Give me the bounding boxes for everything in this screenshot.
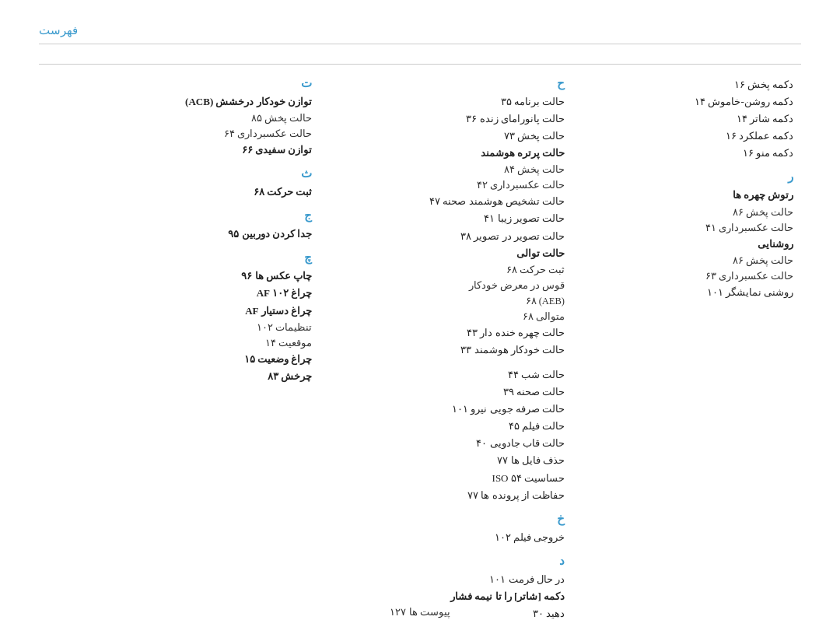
- header: فهرست: [39, 23, 801, 44]
- letter-ر: ر: [576, 170, 793, 184]
- entry-halat-shab: حالت شب ۴۴: [324, 366, 565, 384]
- letter-ج: ج: [47, 208, 312, 222]
- letter-چ: چ: [47, 250, 312, 264]
- letter-ث: ث: [47, 166, 312, 180]
- entry-halat-panorama: حالت پانوراماى زنده ۳۶: [324, 110, 565, 128]
- entry-khoroji-film: خروجی فیلم ۱۰۲: [324, 529, 565, 546]
- footer-text: پیوست ها ۱۲۷: [390, 606, 450, 618]
- entry-cheragh-vaziat: چراغ وضعیت ۱۵: [47, 351, 312, 368]
- entry-hefazat: حفاظت از پرونده ها ۷۷: [324, 487, 565, 504]
- entry-tawazun-acb-sub1: حالت پخش ۸۵: [47, 110, 312, 126]
- section-dokme: دکمه پخش ۱۶ دکمه روشن-خاموش ۱۴ دکمه شاتر…: [576, 76, 793, 162]
- entry-tavali-sub3: متوالی ۶۸: [324, 309, 565, 324]
- letter-ح: ح: [324, 76, 565, 90]
- footer: پیوست ها ۱۲۷: [390, 606, 450, 618]
- entry-dokme-amalcard: دکمه عملکرد ۱۶: [576, 128, 793, 145]
- entry-dokme-pakhsh: دکمه پخش ۱۶: [576, 76, 793, 93]
- entry-halat-tavali: حالت توالی: [324, 245, 565, 262]
- section-reh: ر رتوش چهره ها حالت پخش ۸۶ حالت عکسبردار…: [576, 170, 793, 300]
- section-heh-continued: حالت شب ۴۴ حالت صحنه ۳۹ حالت صرفه جویی ن…: [324, 366, 565, 504]
- entry-portret-sub2: حالت عکسبرداری ۴۲: [324, 177, 565, 193]
- entry-halat-khodkar: حالت خودکار هوشمند ۳۳: [324, 342, 565, 359]
- entry-tawazun-acb-sub2: حالت عکسبرداری ۶۴: [47, 126, 312, 142]
- page-title: فهرست: [39, 23, 78, 37]
- column-middle: ح حالت برنامه ۳۵ حالت پانوراماى زنده ۳۶ …: [316, 76, 572, 586]
- entry-portret-sub1: حالت پخش ۸۴: [324, 162, 565, 177]
- entry-hasasiat-iso: حساسیت ISO ۵۴: [324, 470, 565, 487]
- section-theh: ث ثبت حرکت ۶۸: [47, 166, 312, 201]
- entry-roshanai-sub1: حالت پخش ۸۶: [576, 253, 793, 268]
- section-tav: ت توازن خودکار درخشش (ACB) حالت پخش ۸۵ ح…: [47, 76, 312, 159]
- entry-cheragh-dastyar-af: چراغ دستیار AF: [47, 303, 312, 320]
- entry-rotosh: رتوش چهره ها: [576, 187, 793, 204]
- entry-halat-pakhsh: حالت پخش ۷۳: [324, 128, 565, 145]
- entry-sabt-harakat: ثبت حرکت ۶۸: [47, 184, 312, 201]
- entry-tavali-aeb: (AEB) ۶۸: [324, 293, 565, 309]
- entry-chap-aks: چاپ عکس ها ۹۶: [47, 268, 312, 285]
- section-jeem: ج جدا کردن دوربین ۹۵: [47, 208, 312, 243]
- entry-tawazun-sefidi: توازن سفیدی ۶۶: [47, 142, 312, 159]
- entry-cheragh-af: چراغ AF ۱۰۲: [47, 285, 312, 302]
- divider: [39, 64, 801, 65]
- entry-dokme-shater-btn: دکمه شاتر ۱۴: [576, 110, 793, 128]
- entry-hazf-file: حذف فایل ها ۷۷: [324, 452, 565, 469]
- entry-halat-qab: حالت قاب جادویی ۴۰: [324, 435, 565, 452]
- entry-roshanai: روشنایی: [576, 236, 793, 253]
- entry-tawazun-acb: توازن خودکار درخشش (ACB): [47, 93, 312, 110]
- entry-cheragh-dastyar-sub2: موقعیت ۱۴: [47, 335, 312, 351]
- letter-ت: ت: [47, 76, 312, 90]
- entry-dokme-mano: دکمه منو ۱۶: [576, 145, 793, 162]
- column-right: ت توازن خودکار درخشش (ACB) حالت پخش ۸۵ ح…: [39, 76, 316, 586]
- section-cheh: چ چاپ عکس ها ۹۶ چراغ AF ۱۰۲ چراغ دستیار …: [47, 250, 312, 384]
- column-left: دکمه پخش ۱۶ دکمه روشن-خاموش ۱۴ دکمه شاتر…: [572, 76, 801, 586]
- entry-dar-hal-format: در حال فرمت ۱۰۱: [324, 571, 565, 588]
- entry-dokme-shater: دکمه [شاتر] را تا نیمه فشار: [324, 588, 565, 605]
- section-heh: ح حالت برنامه ۳۵ حالت پانوراماى زنده ۳۶ …: [324, 76, 565, 359]
- entry-tavali-sub2: قوس در معرض خودکار: [324, 278, 565, 293]
- entry-tavali-sub1: ثبت حرکت ۶۸: [324, 262, 565, 278]
- entry-halat-film: حالت فیلم ۴۵: [324, 418, 565, 435]
- entry-halat-sarfe: حالت صرفه جویی نیرو ۱۰۱: [324, 401, 565, 418]
- entry-rotosh-sub2: حالت عکسبرداری ۴۱: [576, 220, 793, 236]
- entry-dokme-roshan: دکمه روشن-خاموش ۱۴: [576, 93, 793, 110]
- entry-halat-tasvir-ziba: حالت تصویر زیبا ۴۱: [324, 210, 565, 227]
- entry-rotosh-sub1: حالت پخش ۸۶: [576, 205, 793, 220]
- entry-halat-khandeh: حالت چهره خنده دار ۴۳: [324, 324, 565, 342]
- entry-halat-portret: حالت پرتره هوشمند: [324, 145, 565, 162]
- letter-د: د: [324, 554, 565, 568]
- letter-خ: خ: [324, 512, 565, 526]
- entry-joda-kardan: جدا کردن دوربین ۹۵: [47, 226, 312, 243]
- entry-halat-barname: حالت برنامه ۳۵: [324, 93, 565, 110]
- entry-roshani-namayeshgar: روشنی نمایشگر ۱۰۱: [576, 284, 793, 301]
- entry-charkesh: چرخش ۸۳: [47, 368, 312, 385]
- entry-cheragh-dastyar-sub1: تنظیمات ۱۰۲: [47, 320, 312, 335]
- entry-halat-tasvir-dar: حالت تصویر در تصویر ۳۸: [324, 228, 565, 245]
- page: فهرست ت توازن خودکار درخشش (ACB) حالت پخ…: [0, 0, 840, 634]
- entry-halat-sahne: حالت صحنه ۳۹: [324, 384, 565, 401]
- entry-halat-taskhis: حالت تشخیص هوشمند صحنه ۴۷: [324, 193, 565, 210]
- section-kheh: خ خروجی فیلم ۱۰۲: [324, 512, 565, 546]
- entry-roshanai-sub2: حالت عکسبرداری ۶۳: [576, 268, 793, 284]
- content-area: ت توازن خودکار درخشش (ACB) حالت پخش ۸۵ ح…: [39, 76, 801, 586]
